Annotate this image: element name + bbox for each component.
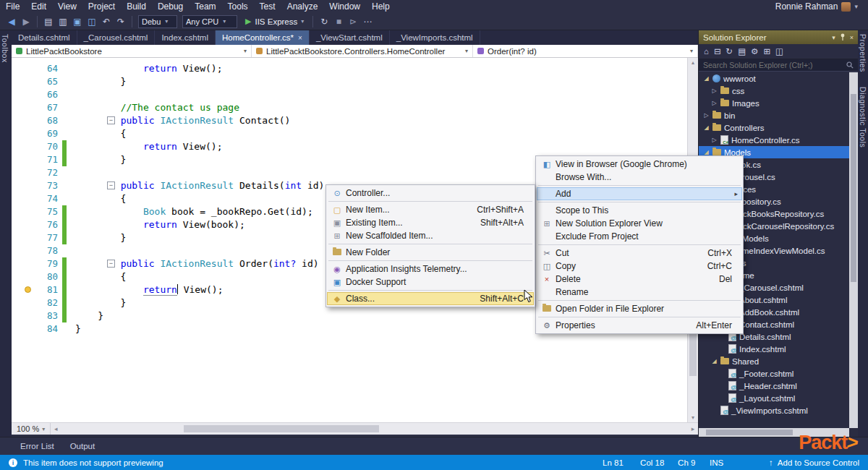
properties-icon[interactable]: ⚙ [751, 46, 758, 56]
tree-item-index-cshtml[interactable]: Index.cshtml [699, 343, 849, 355]
scroll-left-icon[interactable]: ◂ [51, 425, 61, 432]
code-text[interactable]: Book book = _bookRepo.Get(id); [67, 205, 313, 218]
menu-team[interactable]: Team [189, 1, 221, 12]
menu-item-class[interactable]: ◆Class...Shift+Alt+C [327, 292, 534, 305]
tree-item-footer-cshtml[interactable]: _Footer.cshtml [699, 367, 849, 380]
tree-item-bin[interactable]: ▷bin [699, 109, 849, 121]
properties-tab[interactable]: Properties [858, 30, 868, 76]
undo-icon[interactable]: ↶ [99, 14, 114, 30]
tree-item-controllers[interactable]: ◢Controllers [699, 121, 849, 134]
add-to-source-control-button[interactable]: ↑ Add to Source Control [769, 458, 859, 467]
menu-item-new-solution-explorer-view[interactable]: ⊞New Solution Explorer View [537, 217, 742, 230]
solution-explorer-header[interactable]: Solution Explorer ▾ × [699, 30, 858, 44]
debug-config-dropdown[interactable]: Debu ▾ [138, 15, 177, 28]
code-text[interactable]: { [67, 270, 126, 283]
tab-index-cshtml[interactable]: Index.cshtml [155, 30, 216, 45]
code-text[interactable]: { [67, 192, 126, 205]
code-line[interactable]: 67 //The contact us page [12, 101, 687, 114]
user-avatar[interactable] [841, 2, 851, 12]
collapsed-arrow-icon[interactable]: ▷ [711, 100, 718, 106]
expanded-arrow-icon[interactable]: ◢ [711, 358, 718, 364]
scroll-right-icon[interactable]: ▸ [688, 425, 698, 432]
stop-icon[interactable]: ■ [331, 14, 346, 30]
user-name[interactable]: Ronnie Rahman [775, 1, 838, 12]
menu-item-open-folder-in-file-explorer[interactable]: Open Folder in File Explorer [537, 302, 742, 315]
menu-edit[interactable]: Edit [25, 1, 52, 12]
menu-item-cut[interactable]: ✂CutCtrl+X [537, 247, 742, 260]
menu-item-exclude-from-project[interactable]: Exclude From Project [537, 230, 742, 243]
code-line[interactable]: 64 return View(); [12, 62, 687, 75]
menu-item-rename[interactable]: Rename [537, 286, 742, 299]
search-box[interactable] [699, 59, 858, 72]
breadcrumb-method[interactable]: Order(int? id)▾ [473, 45, 698, 57]
scroll-up-icon[interactable]: ▴ [688, 59, 698, 66]
tree-item-css[interactable]: ▷css [699, 85, 849, 97]
collapse-outline-icon[interactable]: − [107, 181, 115, 189]
forward-icon[interactable]: ▶ [19, 14, 33, 30]
expanded-arrow-icon[interactable]: ◢ [703, 124, 710, 131]
collapse-outline-icon[interactable]: − [107, 116, 115, 124]
code-text[interactable]: return View(); [67, 62, 223, 75]
code-line[interactable]: 66 [12, 88, 687, 101]
show-all-files-icon[interactable]: ▤ [738, 46, 746, 56]
tree-item-homecontroller-cs[interactable]: ▷HomeController.cs [699, 134, 849, 146]
menu-tools[interactable]: Tools [222, 1, 254, 12]
tab-details-cshtml[interactable]: Details.cshtml [12, 30, 77, 45]
more-tools-icon[interactable]: ⋯ [360, 14, 375, 30]
home-icon[interactable]: ⌂ [704, 47, 709, 56]
menu-item-properties[interactable]: ⚙PropertiesAlt+Enter [537, 319, 742, 332]
code-text[interactable]: } [67, 296, 126, 309]
menu-item-new-item[interactable]: ▢New Item...Ctrl+Shift+A [327, 203, 534, 216]
collapsed-arrow-icon[interactable]: ▷ [711, 87, 718, 94]
collapsed-arrow-icon[interactable]: ▷ [703, 112, 710, 119]
sync-with-active-document-icon[interactable]: ↻ [726, 46, 733, 56]
lightbulb-icon[interactable] [25, 286, 31, 293]
tab-error-list[interactable]: Error List [20, 442, 54, 450]
code-text[interactable] [67, 166, 75, 179]
tab-carousel-cshtml[interactable]: _Carousel.cshtml [77, 30, 156, 45]
code-line[interactable]: 65 } [12, 75, 687, 88]
code-text[interactable] [67, 244, 75, 257]
new-file-icon[interactable]: ▤ [41, 14, 56, 30]
menu-item-delete[interactable]: ×DeleteDel [537, 273, 742, 286]
menu-item-new-folder[interactable]: New Folder [327, 246, 534, 259]
toolbox-tab[interactable]: Toolbox [0, 30, 10, 67]
code-text[interactable]: − public IActionResult Details(int id) [67, 179, 324, 192]
menu-debug[interactable]: Debug [152, 1, 189, 12]
run-button[interactable]: ▶ IIS Express ▾ [240, 17, 309, 26]
close-icon[interactable]: × [298, 34, 302, 42]
collapsed-arrow-icon[interactable]: ▷ [711, 137, 718, 143]
tree-item-header-cshtml[interactable]: _Header.cshtml [699, 380, 849, 392]
zoom-dropdown[interactable]: 100 % ▾ [12, 423, 51, 435]
expanded-arrow-icon[interactable]: ◢ [703, 149, 710, 155]
diagnostic-tools-tab[interactable]: Diagnostic Tools [858, 83, 868, 151]
tree-item-viewimports-cshtml[interactable]: _ViewImports.cshtml [699, 404, 849, 416]
menu-item-copy[interactable]: ◫CopyCtrl+C [537, 260, 742, 273]
tab-homecontroller-cs[interactable]: HomeController.cs*× [216, 30, 310, 45]
close-icon[interactable]: × [850, 34, 854, 41]
code-text[interactable]: } [67, 153, 126, 166]
menu-test[interactable]: Test [254, 1, 281, 12]
pin-icon[interactable] [840, 33, 846, 42]
menu-item-browse-with[interactable]: Browse With... [537, 171, 742, 184]
tab-output[interactable]: Output [70, 442, 95, 450]
code-text[interactable]: } [67, 231, 126, 244]
refresh-icon[interactable]: ↻ [317, 14, 331, 30]
menu-item-new-scaffolded-item[interactable]: ⊞New Scaffolded Item... [327, 229, 534, 242]
scrollbar-thumb[interactable] [706, 430, 793, 435]
tree-item-images[interactable]: ▷Images [699, 97, 849, 109]
scroll-down-icon[interactable]: ▾ [688, 414, 698, 421]
tree-item-layout-cshtml[interactable]: _Layout.cshtml [699, 392, 849, 404]
tree-item-shared[interactable]: ◢Shared [699, 355, 849, 367]
menu-item-application-insights-telemetry[interactable]: ◉Application Insights Telemetry... [327, 262, 534, 275]
code-text[interactable]: { [67, 127, 126, 140]
code-text[interactable]: return View(book); [67, 218, 245, 231]
code-text[interactable]: return View(); [67, 283, 224, 296]
menu-view[interactable]: View [52, 1, 82, 12]
code-text[interactable]: } [67, 322, 81, 336]
search-input[interactable] [703, 61, 846, 69]
breadcrumb-class[interactable]: LittlePacktBookstore.Controllers.HomeCon… [252, 45, 473, 57]
menu-item-add[interactable]: Add▸ [537, 187, 742, 200]
menu-window[interactable]: Window [323, 1, 366, 12]
code-text[interactable]: } [67, 75, 126, 88]
